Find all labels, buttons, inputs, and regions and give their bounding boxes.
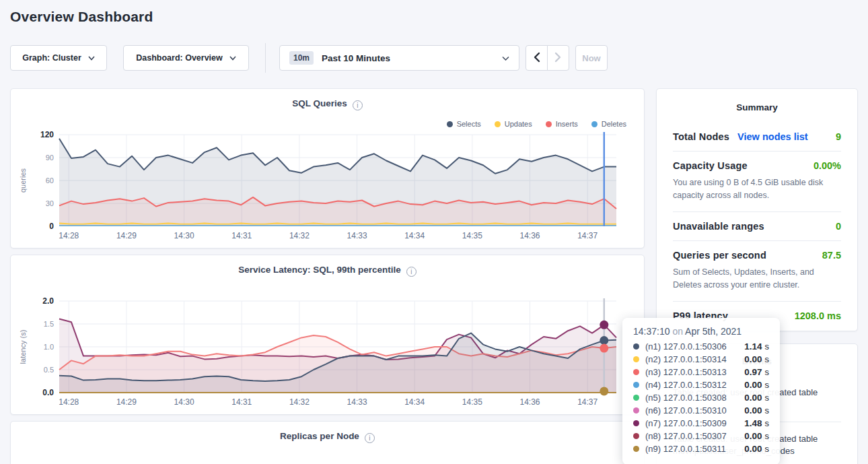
- overview-dashboard-page: Overview Dashboard Graph: Cluster Dashbo…: [0, 0, 868, 464]
- graph-dropdown[interactable]: Graph: Cluster: [10, 45, 107, 71]
- tooltip-value: 0.00: [744, 405, 762, 416]
- chevron-down-icon: [502, 53, 509, 63]
- summary-label: Queries per second: [673, 250, 766, 261]
- x-tick-label: 14:36: [520, 397, 540, 407]
- chart-title: Replicas per Node: [280, 431, 359, 441]
- summary-label: Unavailable ranges: [673, 221, 764, 232]
- dashboard-dropdown-label: Dashboard: Overview: [136, 53, 223, 63]
- legend-dot-selects: [447, 121, 453, 127]
- service-latency-chart[interactable]: 0.00.51.01.52.014:2814:2914:3014:3114:32…: [17, 294, 640, 410]
- sql-queries-chart[interactable]: 030609012014:2814:2914:3014:3114:3214:33…: [17, 128, 640, 244]
- legend-item-updates[interactable]: Updates: [495, 120, 532, 128]
- tooltip-unit: s: [765, 380, 770, 390]
- y-tick-label: 1.0: [44, 343, 54, 351]
- hover-dot: [600, 321, 608, 329]
- info-icon[interactable]: i: [353, 100, 363, 110]
- dashboard-dropdown[interactable]: Dashboard: Overview: [123, 45, 249, 71]
- tooltip-unit: s: [765, 418, 770, 428]
- tooltip-value: 0.00: [744, 380, 762, 390]
- x-tick-label: 14:36: [520, 231, 540, 240]
- info-icon[interactable]: i: [406, 267, 417, 277]
- tooltip-row: (n3) 127.0.0.1:503130.97s: [633, 366, 769, 378]
- tooltip-unit: s: [765, 393, 770, 403]
- tooltip-value: 0.00: [744, 444, 762, 454]
- view-nodes-list-link[interactable]: View nodes list: [737, 131, 808, 142]
- tooltip-row: (n4) 127.0.0.1:503120.00s: [633, 378, 769, 391]
- y-tick-label: 2.0: [42, 296, 54, 306]
- tooltip-row: (n6) 127.0.0.1:503100.00s: [633, 404, 769, 417]
- legend-label: Updates: [505, 120, 532, 128]
- service-latency-title-row: Service Latency: SQL, 99th percentilei: [11, 255, 644, 277]
- tooltip-node-label: (n8) 127.0.0.1:50307: [645, 431, 727, 441]
- tooltip-unit: s: [765, 341, 770, 352]
- legend-dot-inserts: [546, 121, 552, 127]
- legend-item-deletes[interactable]: Deletes: [591, 120, 626, 128]
- legend-dot-updates: [495, 121, 501, 127]
- tooltip-unit: s: [765, 405, 770, 416]
- summary-value: 0: [836, 221, 841, 232]
- hover-dot: [600, 336, 608, 345]
- tooltip-unit: s: [765, 431, 770, 441]
- series-dot-icon: [633, 433, 639, 439]
- y-tick-label: 90: [46, 154, 54, 162]
- time-range-badge: 10m: [289, 51, 314, 65]
- time-next-button[interactable]: [547, 45, 569, 71]
- service-latency-card: Service Latency: SQL, 99th percentilei 0…: [10, 255, 645, 415]
- tooltip-rows: (n1) 127.0.0.1:503061.14s(n2) 127.0.0.1:…: [633, 340, 769, 455]
- tooltip-row: (n8) 127.0.0.1:503070.00s: [633, 430, 769, 442]
- info-icon[interactable]: i: [365, 433, 375, 443]
- y-axis-label: latency (s): [19, 330, 27, 364]
- hover-dot: [600, 387, 608, 395]
- tooltip-row: (n5) 127.0.0.1:503080.00s: [633, 391, 769, 404]
- tooltip-value: 1.14: [744, 341, 762, 352]
- chart-title: Service Latency: SQL, 99th percentile: [238, 265, 401, 275]
- legend-label: Deletes: [602, 120, 626, 128]
- summary-value: 9: [836, 131, 841, 142]
- sql-queries-legend: SelectsUpdatesInsertsDeletes: [447, 120, 626, 128]
- y-tick-label: 0.5: [44, 366, 54, 374]
- summary-value: 1208.0 ms: [795, 310, 841, 321]
- tooltip-row: (n2) 127.0.0.1:503140.00s: [633, 353, 769, 366]
- series-dot-icon: [633, 343, 639, 350]
- tooltip-conjunction: on: [672, 326, 683, 337]
- summary-panel: Summary Total NodesView nodes list9Capac…: [656, 88, 858, 331]
- y-tick-label: 30: [46, 199, 54, 207]
- summary-row: Capacity Usage0.00%: [673, 160, 841, 171]
- replicas-per-node-card: Replicas per Nodei: [10, 421, 645, 464]
- tooltip-unit: s: [765, 367, 770, 377]
- legend-item-selects[interactable]: Selects: [447, 120, 481, 128]
- x-tick-label: 14:37: [577, 397, 598, 407]
- y-tick-label: 1.5: [44, 320, 54, 328]
- x-tick-label: 14:33: [347, 397, 367, 407]
- legend-item-inserts[interactable]: Inserts: [546, 120, 578, 128]
- x-tick-label: 14:37: [577, 231, 598, 240]
- x-tick-label: 14:30: [174, 397, 194, 407]
- x-tick-label: 14:35: [462, 397, 482, 407]
- now-button[interactable]: Now: [575, 45, 608, 71]
- summary-value: 87.5: [822, 250, 841, 261]
- summary-subtext: Sum of Selects, Updates, Inserts, and De…: [673, 266, 841, 292]
- summary-title: Summary: [657, 89, 857, 112]
- chart-title: SQL Queries: [292, 98, 347, 108]
- x-tick-label: 14:35: [462, 231, 482, 240]
- x-tick-label: 14:29: [116, 231, 137, 240]
- x-tick-label: 14:32: [289, 397, 310, 407]
- y-tick-label: 120: [40, 130, 54, 139]
- summary-label: Capacity Usage: [673, 160, 748, 171]
- legend-label: Inserts: [556, 120, 578, 128]
- chevron-right-icon: [554, 52, 562, 65]
- summary-subtext: You are using 0 B of 4.5 GiB usable disk…: [673, 176, 841, 203]
- time-prev-button[interactable]: [526, 45, 548, 71]
- time-range-label: Past 10 Minutes: [322, 53, 390, 63]
- time-range-dropdown[interactable]: 10m Past 10 Minutes: [279, 45, 519, 71]
- y-axis-label: queries: [19, 168, 27, 193]
- tooltip-node-label: (n6) 127.0.0.1:50310: [645, 405, 727, 416]
- tooltip-row: (n7) 127.0.0.1:503091.48s: [633, 417, 769, 430]
- tooltip-node-label: (n9) 127.0.0.1:50311: [645, 444, 726, 454]
- x-tick-label: 14:32: [289, 231, 310, 240]
- tooltip-value: 0.00: [744, 354, 762, 364]
- x-tick-label: 14:33: [347, 231, 367, 240]
- legend-dot-deletes: [591, 121, 598, 127]
- series-dot-icon: [633, 407, 639, 413]
- tooltip-value: 0.00: [744, 431, 762, 441]
